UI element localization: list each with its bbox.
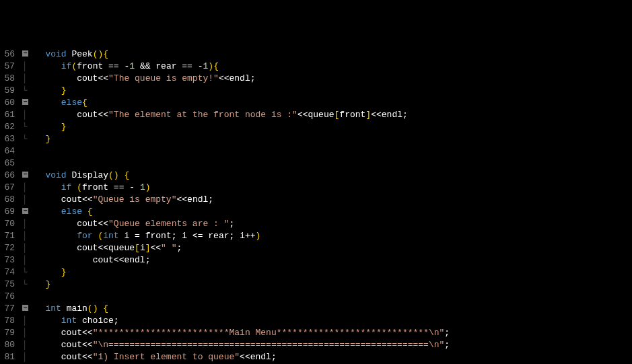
code-token: <<	[82, 351, 93, 363]
fold-collapse-icon[interactable]	[22, 172, 28, 178]
code-line[interactable]	[20, 145, 632, 157]
code-token: <=	[192, 230, 208, 242]
code-line[interactable]: │ cout<<"The queue is empty!"<<endl;	[20, 73, 632, 85]
code-line[interactable]: │ cout<<"\n=============================…	[20, 339, 632, 351]
code-line[interactable]: └ }	[20, 85, 632, 97]
code-line[interactable]: │ cout<<queue[i]<<" ";	[20, 242, 632, 254]
code-token: {	[82, 97, 87, 109]
fold-indicator[interactable]	[20, 48, 30, 61]
code-token: endl	[187, 194, 208, 206]
code-token: "Queue elements are : "	[108, 218, 229, 230]
code-token: }	[45, 279, 50, 291]
code-token: 1	[203, 61, 209, 73]
fold-indicator[interactable]	[20, 303, 30, 315]
code-line[interactable]: └ }	[20, 266, 632, 279]
code-token	[119, 170, 125, 182]
code-token: main	[67, 303, 87, 315]
line-number: 74	[3, 266, 15, 279]
fold-indicator: │	[20, 327, 30, 339]
code-line[interactable]: else {	[20, 206, 632, 218]
fold-indicator: │	[20, 230, 30, 242]
code-line[interactable]: └ }	[20, 279, 632, 291]
code-token: Peek	[71, 48, 92, 61]
code-token: endl	[229, 73, 250, 85]
code-token: int	[103, 230, 118, 242]
code-token: ==	[182, 61, 197, 73]
indentation	[30, 339, 61, 351]
line-number: 61	[3, 109, 15, 121]
code-token: 1	[140, 182, 145, 194]
fold-indicator[interactable]	[20, 97, 30, 109]
code-line[interactable]: │ if (front == - 1)	[20, 182, 632, 194]
fold-indicator: └	[20, 279, 30, 291]
fold-collapse-icon[interactable]	[22, 50, 28, 57]
line-number: 72	[3, 242, 15, 254]
code-token: cout	[61, 327, 82, 339]
indentation	[30, 327, 61, 339]
code-token: cout	[77, 109, 98, 121]
code-line[interactable]: └ }	[20, 133, 632, 145]
code-token	[67, 170, 72, 182]
line-number: 62	[3, 121, 15, 133]
code-token: ;	[402, 109, 408, 121]
code-line[interactable]: void Display() {	[20, 170, 632, 182]
fold-collapse-icon[interactable]	[22, 99, 28, 105]
line-number: 75	[3, 279, 15, 291]
code-token: <<	[98, 218, 108, 230]
code-token: )	[145, 182, 151, 194]
code-token: &&	[140, 61, 151, 73]
code-token: rear	[151, 61, 182, 73]
line-number: 67	[3, 182, 15, 194]
code-token: <<	[151, 242, 162, 254]
code-line[interactable]: │ cout<<"The element at the front node i…	[20, 109, 632, 121]
line-number: 68	[3, 194, 15, 206]
indentation	[30, 97, 61, 109]
code-area[interactable]: void Peek(){│ if(front == -1 && rear == …	[20, 48, 632, 364]
code-token: if	[61, 61, 72, 73]
code-token: "Queue is empty"	[93, 194, 177, 206]
fold-indicator[interactable]	[20, 206, 30, 218]
code-line[interactable]	[20, 291, 632, 303]
code-line[interactable]: │ if(front == -1 && rear == -1){	[20, 61, 632, 73]
line-number: 57	[3, 61, 15, 73]
fold-indicator: │	[20, 339, 30, 351]
indentation	[30, 73, 77, 85]
code-line[interactable]: │ cout<<endl;	[20, 254, 632, 266]
code-token: (	[77, 182, 82, 194]
code-token: ;	[444, 327, 450, 339]
code-line[interactable]: void Peek(){	[20, 48, 632, 61]
code-line[interactable]: │ int choice;	[20, 315, 632, 327]
code-line[interactable]: │ cout<<"Queue elements are : ";	[20, 218, 632, 230]
indentation	[30, 206, 61, 218]
code-token: }	[45, 133, 50, 145]
indentation	[30, 254, 93, 266]
code-line[interactable]	[20, 157, 632, 170]
code-token: ]	[145, 242, 151, 254]
code-token: {	[213, 61, 219, 73]
code-token: front	[82, 182, 114, 194]
fold-collapse-icon[interactable]	[22, 208, 28, 214]
fold-indicator[interactable]	[20, 170, 30, 182]
code-token: Display	[71, 170, 108, 182]
line-number: 79	[3, 327, 15, 339]
code-line[interactable]: │ cout<<"*************************Main M…	[20, 327, 632, 339]
fold-collapse-icon[interactable]	[22, 305, 28, 311]
code-token: <<	[114, 254, 125, 266]
line-number: 56	[3, 48, 15, 61]
code-line[interactable]: │ cout<<"Queue is empty"<<endl;	[20, 194, 632, 206]
indentation	[30, 218, 77, 230]
code-token: int	[45, 303, 61, 315]
indentation	[30, 230, 77, 242]
code-line[interactable]: └ }	[20, 121, 632, 133]
code-line[interactable]: else{	[20, 97, 632, 109]
line-number: 73	[3, 254, 15, 266]
code-token: i	[140, 242, 145, 254]
code-token: =	[135, 230, 145, 242]
code-token: <<	[240, 351, 250, 363]
code-line[interactable]: int main() {	[20, 303, 632, 315]
code-line[interactable]: │ cout<<"1) Insert element to queue"<<en…	[20, 351, 632, 363]
code-editor[interactable]: 5657585960616263646566676869707172737475…	[0, 48, 632, 364]
code-token: ++	[245, 230, 256, 242]
code-line[interactable]: │ for (int i = front; i <= rear; i++)	[20, 230, 632, 242]
line-number: 60	[3, 97, 15, 109]
